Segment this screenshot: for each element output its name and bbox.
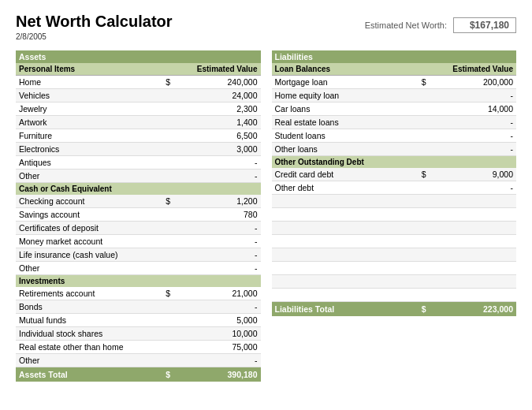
assets-label: Assets — [16, 50, 261, 63]
row-label: Jewelry — [16, 102, 162, 116]
other-debt-section-header: Other Outstanding Debt — [272, 156, 517, 169]
row-label: Car loans — [272, 102, 419, 116]
row-label: Real estate loans — [272, 116, 419, 129]
row-label: Home equity loan — [272, 89, 419, 102]
table-row: Life insurance (cash value) - — [16, 248, 261, 262]
table-row: Student loans - — [272, 129, 517, 143]
table-row: Furniture 6,500 — [16, 129, 261, 143]
row-label: Individual stock shares — [16, 327, 162, 341]
assets-table: Assets Personal Items Estimated Value Ho… — [16, 50, 261, 382]
row-label: Certificates of deposit — [16, 222, 162, 235]
row-label: Student loans — [272, 129, 419, 143]
table-row: Other - — [16, 262, 261, 275]
table-row: Other loans - — [272, 143, 517, 156]
row-label: Real estate other than home — [16, 341, 162, 354]
table-row: Home equity loan - — [272, 89, 517, 102]
row-label: Vehicles — [16, 89, 162, 102]
liabilities-loan-col-label: Loan Balances — [272, 63, 419, 76]
table-row: Bonds - — [16, 300, 261, 314]
table-row-filler — [272, 235, 517, 248]
row-label: Checking account — [16, 195, 162, 208]
main-content: Assets Personal Items Estimated Value Ho… — [16, 50, 516, 382]
table-row: Jewelry 2,300 — [16, 102, 261, 116]
investments-section-header: Investments — [16, 275, 261, 288]
row-label: Money market account — [16, 235, 162, 248]
table-row-filler — [272, 222, 517, 235]
row-label: Other — [16, 170, 162, 183]
page-header: Net Worth Calculator 2/8/2005 Estimated … — [16, 13, 516, 41]
liabilities-col-header: Loan Balances Estimated Value — [272, 63, 517, 76]
net-worth-label: Estimated Net Worth: — [365, 20, 447, 30]
assets-total-value: 390,180 — [182, 367, 260, 382]
table-row: Mortgage loan $ 200,000 — [272, 76, 517, 89]
row-label: Credit card debt — [272, 168, 419, 181]
table-row: Retirements account $ 21,000 — [16, 287, 261, 300]
table-row: Artwork 1,400 — [16, 116, 261, 129]
net-worth-block: Estimated Net Worth: $167,180 — [365, 17, 516, 33]
assets-value-col-header: Estimated Value — [182, 63, 260, 76]
liabilities-total-dollar: $ — [419, 302, 438, 317]
row-label: Other loans — [272, 143, 419, 156]
table-row: Other - — [16, 170, 261, 183]
assets-column: Assets Personal Items Estimated Value Ho… — [16, 50, 261, 382]
row-label: Other debt — [272, 181, 419, 195]
cash-section-header: Cash or Cash Equivalent — [16, 183, 261, 196]
table-row: Checking account $ 1,200 — [16, 195, 261, 208]
liabilities-value-col-header: Estimated Value — [438, 63, 516, 76]
row-label: Bonds — [16, 300, 162, 314]
liabilities-total-value: 223,000 — [438, 302, 516, 317]
liabilities-column: Liabilities Loan Balances Estimated Valu… — [272, 50, 517, 382]
liabilities-table: Liabilities Loan Balances Estimated Valu… — [272, 50, 517, 316]
row-label: Retirements account — [16, 287, 162, 300]
table-row-filler — [272, 208, 517, 222]
table-row-filler — [272, 262, 517, 275]
table-row: Car loans 14,000 — [272, 102, 517, 116]
assets-col-header: Personal Items Estimated Value — [16, 63, 261, 76]
assets-total-row: Assets Total $ 390,180 — [16, 367, 261, 382]
row-label: Electronics — [16, 143, 162, 156]
table-row: Home $ 240,000 — [16, 76, 261, 89]
table-row: Other debt - — [272, 181, 517, 195]
table-row: Vehicles 24,000 — [16, 89, 261, 102]
table-row: Real estate loans - — [272, 116, 517, 129]
row-label: Life insurance (cash value) — [16, 248, 162, 262]
row-label: Furniture — [16, 129, 162, 143]
row-label: Other — [16, 262, 162, 275]
liabilities-label: Liabilities — [272, 50, 517, 63]
net-worth-value: $167,180 — [453, 17, 516, 33]
page-title: Net Worth Calculator — [16, 13, 173, 31]
table-row-filler — [272, 248, 517, 262]
row-label: Other — [16, 354, 162, 367]
title-block: Net Worth Calculator 2/8/2005 — [16, 13, 173, 41]
other-debt-label: Other Outstanding Debt — [272, 156, 517, 169]
assets-personal-col-label: Personal Items — [16, 63, 162, 76]
row-label: Mortgage loan — [272, 76, 419, 89]
liabilities-total-label: Liabilities Total — [272, 302, 419, 317]
date-label: 2/8/2005 — [16, 32, 173, 41]
table-row: Other - — [16, 354, 261, 367]
table-row: Electronics 3,000 — [16, 143, 261, 156]
row-label: Antiques — [16, 156, 162, 170]
table-row-filler — [272, 195, 517, 208]
table-row-filler — [272, 289, 517, 302]
assets-total-dollar: $ — [162, 367, 182, 382]
row-label: Artwork — [16, 116, 162, 129]
table-row: Mutual funds 5,000 — [16, 314, 261, 327]
row-label: Savings account — [16, 208, 162, 222]
row-label: Mutual funds — [16, 314, 162, 327]
table-row: Antiques - — [16, 156, 261, 170]
investments-label: Investments — [16, 275, 261, 288]
table-row: Individual stock shares 10,000 — [16, 327, 261, 341]
table-row: Savings account 780 — [16, 208, 261, 222]
table-row: Real estate other than home 75,000 — [16, 341, 261, 354]
table-row: Money market account - — [16, 235, 261, 248]
table-row: Credit card debt $ 9,000 — [272, 168, 517, 181]
liabilities-section-header: Liabilities — [272, 50, 517, 63]
cash-label: Cash or Cash Equivalent — [16, 183, 261, 196]
table-row: Certificates of deposit - — [16, 222, 261, 235]
assets-total-label: Assets Total — [16, 367, 162, 382]
table-row-filler — [272, 275, 517, 289]
assets-section-header: Assets — [16, 50, 261, 63]
row-label: Home — [16, 76, 162, 89]
liabilities-total-row: Liabilities Total $ 223,000 — [272, 302, 517, 317]
